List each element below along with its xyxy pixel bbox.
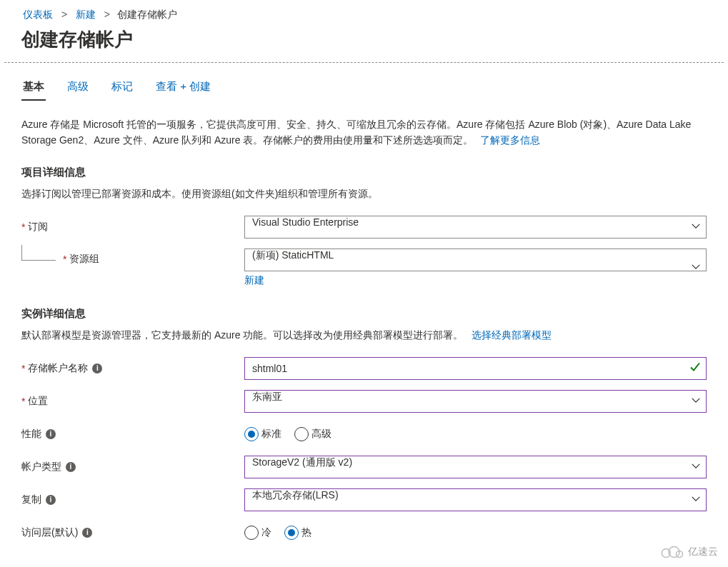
- required-indicator: *: [63, 254, 66, 265]
- tab-advanced[interactable]: 高级: [66, 76, 90, 101]
- breadcrumb-separator: >: [104, 9, 110, 20]
- subscription-row: * 订阅 Visual Studio Enterprise: [21, 216, 707, 239]
- cloud-icon: [658, 544, 684, 560]
- replication-row: 复制 i 本地冗余存储(LRS): [21, 488, 707, 511]
- access-tier-hot-label: 热: [301, 526, 311, 539]
- instance-details-title: 实例详细信息: [21, 307, 707, 321]
- replication-label: 复制: [21, 493, 41, 506]
- intro-body: Azure 存储是 Microsoft 托管的一项服务，它提供高度可用、安全、持…: [21, 119, 691, 146]
- project-details-section: 项目详细信息 选择订阅以管理已部署资源和成本。使用资源组(如文件夹)组织和管理所…: [21, 166, 707, 287]
- performance-standard-label: 标准: [261, 428, 281, 441]
- tab-basic[interactable]: 基本: [21, 76, 46, 101]
- storage-name-label: 存储帐户名称: [28, 362, 88, 375]
- watermark-text: 亿速云: [688, 546, 718, 558]
- page-title: 创建存储帐户: [0, 27, 728, 62]
- resource-group-row: * 资源组 (新项) StaticHTML 新建: [21, 249, 707, 287]
- subscription-label: 订阅: [28, 221, 48, 234]
- breadcrumb: 仪表板 > 新建 > 创建存储帐户: [0, 0, 728, 27]
- resource-group-select[interactable]: (新项) StaticHTML: [244, 249, 707, 271]
- learn-more-link[interactable]: 了解更多信息: [480, 134, 540, 146]
- location-select[interactable]: 东南亚: [244, 390, 707, 413]
- radio-selected-icon: [244, 427, 259, 441]
- project-details-desc: 选择订阅以管理已部署资源和成本。使用资源组(如文件夹)组织和管理所有资源。: [21, 186, 707, 201]
- breadcrumb-current: 创建存储帐户: [117, 9, 177, 20]
- account-kind-label: 帐户类型: [21, 461, 61, 473]
- tree-indent-icon: [21, 245, 56, 261]
- required-indicator: *: [21, 221, 25, 233]
- performance-row: 性能 i 标准 高级: [21, 423, 707, 446]
- classic-deployment-link[interactable]: 选择经典部署模型: [472, 329, 552, 341]
- radio-unselected-icon: [294, 427, 309, 441]
- access-tier-cool-radio[interactable]: 冷: [244, 526, 271, 540]
- divider: [4, 62, 724, 63]
- access-tier-label: 访问层(默认): [21, 526, 78, 539]
- location-row: * 位置 东南亚: [21, 390, 707, 413]
- location-label: 位置: [28, 395, 48, 408]
- radio-selected-icon: [284, 526, 299, 540]
- project-details-title: 项目详细信息: [21, 166, 707, 179]
- breadcrumb-new[interactable]: 新建: [76, 9, 96, 20]
- access-tier-radio-group: 冷 热: [244, 526, 707, 540]
- required-indicator: *: [21, 363, 25, 374]
- subscription-select[interactable]: Visual Studio Enterprise: [244, 216, 707, 239]
- account-kind-select[interactable]: StorageV2 (通用版 v2): [244, 456, 707, 478]
- tabs: 基本 高级 标记 查看 + 创建: [21, 76, 707, 101]
- performance-radio-group: 标准 高级: [244, 427, 707, 441]
- tab-tags[interactable]: 标记: [110, 76, 134, 101]
- breadcrumb-separator: >: [61, 9, 67, 20]
- intro-text: Azure 存储是 Microsoft 托管的一项服务，它提供高度可用、安全、持…: [21, 116, 707, 149]
- watermark: 亿速云: [658, 544, 718, 560]
- storage-name-input[interactable]: [244, 357, 707, 380]
- resource-group-label: 资源组: [69, 253, 99, 266]
- access-tier-row: 访问层(默认) i 冷 热: [21, 521, 707, 544]
- storage-name-row: * 存储帐户名称 i: [21, 357, 707, 380]
- instance-details-section: 实例详细信息 默认部署模型是资源管理器，它支持最新的 Azure 功能。可以选择…: [21, 307, 707, 544]
- radio-unselected-icon: [244, 526, 259, 540]
- info-icon[interactable]: i: [66, 462, 76, 472]
- performance-premium-label: 高级: [311, 428, 331, 441]
- performance-premium-radio[interactable]: 高级: [294, 427, 331, 441]
- access-tier-cool-label: 冷: [261, 526, 271, 539]
- breadcrumb-dashboard[interactable]: 仪表板: [23, 9, 53, 20]
- info-icon[interactable]: i: [92, 363, 102, 373]
- valid-check-icon: [689, 361, 701, 375]
- replication-select[interactable]: 本地冗余存储(LRS): [244, 488, 707, 511]
- info-icon[interactable]: i: [46, 495, 56, 505]
- performance-label: 性能: [21, 428, 41, 441]
- info-icon[interactable]: i: [82, 528, 92, 538]
- instance-details-desc: 默认部署模型是资源管理器，它支持最新的 Azure 功能。可以选择改为使用经典部…: [21, 329, 463, 341]
- account-kind-row: 帐户类型 i StorageV2 (通用版 v2): [21, 456, 707, 478]
- performance-standard-radio[interactable]: 标准: [244, 427, 281, 441]
- tab-review-create[interactable]: 查看 + 创建: [154, 76, 212, 101]
- create-new-resource-group-link[interactable]: 新建: [244, 274, 264, 286]
- info-icon[interactable]: i: [46, 429, 56, 439]
- access-tier-hot-radio[interactable]: 热: [284, 526, 311, 540]
- required-indicator: *: [21, 396, 25, 407]
